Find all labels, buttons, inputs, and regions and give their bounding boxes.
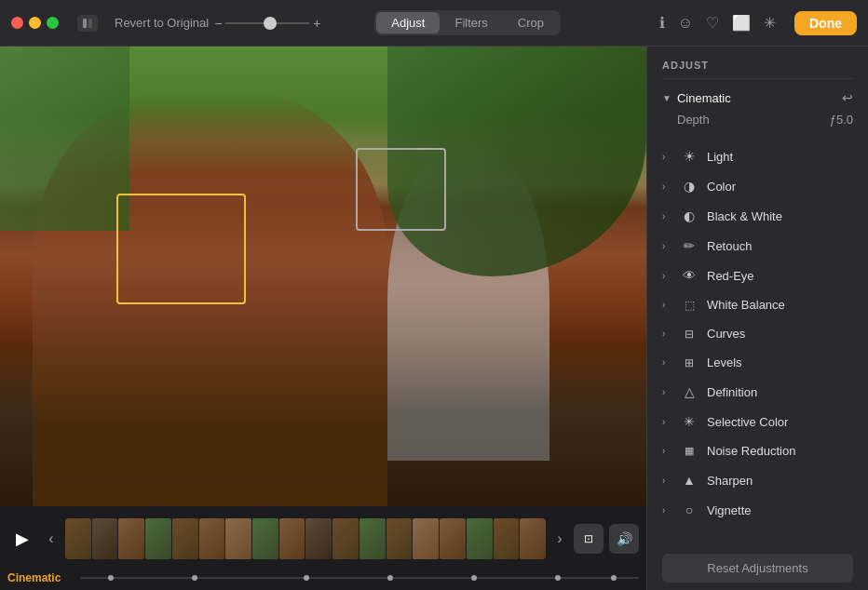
fullscreen-video-button[interactable]: ⊡ xyxy=(574,524,604,554)
filmstrip[interactable] xyxy=(65,518,546,559)
film-frame xyxy=(199,518,225,559)
adjust-item-whitebalance[interactable]: › ⬚ White Balance xyxy=(647,290,868,319)
svg-rect-1 xyxy=(88,19,92,28)
reset-adjustments-button[interactable]: Reset Adjustments xyxy=(662,554,853,583)
definition-icon: △ xyxy=(681,384,698,399)
slider-plus-icon: + xyxy=(313,16,320,31)
photo-background xyxy=(0,47,646,506)
film-frame xyxy=(145,518,171,559)
focus-box-secondary xyxy=(356,148,446,231)
depth-value: ƒ5.0 xyxy=(830,113,853,127)
timeline-controls-row: Cinematic xyxy=(0,571,646,590)
whitebalance-icon: ⬚ xyxy=(681,299,698,312)
film-frame xyxy=(279,518,305,559)
panel-title: ADJUST xyxy=(647,47,868,78)
film-frame xyxy=(92,518,118,559)
slider-thumb xyxy=(264,17,277,30)
info-icon[interactable]: ℹ xyxy=(659,14,665,32)
timeline-line xyxy=(80,577,639,579)
adjust-item-curves[interactable]: › ⊟ Curves xyxy=(647,319,868,348)
focus-box-primary xyxy=(116,194,246,304)
adjust-item-light[interactable]: › ☀ Light xyxy=(647,141,868,171)
main-content: ▶ ‹ xyxy=(0,47,868,590)
adjust-item-label: Retouch xyxy=(707,239,853,253)
adjust-item-levels[interactable]: › ⊞ Levels xyxy=(647,348,868,377)
film-frame xyxy=(359,518,386,559)
next-frame-button[interactable]: › xyxy=(551,530,568,547)
tab-filters[interactable]: Filters xyxy=(440,12,502,34)
adjust-chevron-icon: › xyxy=(662,476,671,486)
close-button[interactable] xyxy=(11,17,23,29)
curves-icon: ⊟ xyxy=(681,328,698,341)
frame-icon[interactable]: ⬜ xyxy=(732,14,751,32)
adjust-chevron-icon: › xyxy=(662,417,671,427)
film-frame xyxy=(520,518,546,559)
audio-button[interactable]: 🔊 xyxy=(609,524,639,554)
adjust-item-definition[interactable]: › △ Definition xyxy=(647,377,868,407)
asterisk-icon[interactable]: ✳ xyxy=(764,14,776,32)
heart-icon[interactable]: ♡ xyxy=(706,14,719,32)
adjust-item-vignette[interactable]: › ○ Vignette xyxy=(647,495,868,525)
adjust-item-label: Vignette xyxy=(707,503,853,517)
window-controls xyxy=(77,15,98,32)
brightness-slider[interactable]: − + xyxy=(214,16,320,31)
adjust-item-sharpen[interactable]: › ▲ Sharpen xyxy=(647,465,868,495)
svg-rect-0 xyxy=(83,19,87,28)
tab-crop[interactable]: Crop xyxy=(503,12,559,34)
film-frame xyxy=(467,518,493,559)
emoji-icon[interactable]: ☺ xyxy=(678,15,693,32)
cinematic-section-label: Cinematic xyxy=(677,91,731,105)
right-panel: ADJUST ▼ Cinematic ↩ Depth ƒ5.0 › ☀ Ligh… xyxy=(646,47,868,590)
cinematic-header-left: ▼ Cinematic xyxy=(662,91,731,105)
cinematic-revert-icon[interactable]: ↩ xyxy=(842,90,853,105)
adjust-item-blackwhite[interactable]: › ◐ Black & White xyxy=(647,201,868,231)
adjust-chevron-icon: › xyxy=(662,211,671,221)
redeye-icon: 👁 xyxy=(681,268,698,283)
adjust-item-color[interactable]: › ◑ Color xyxy=(647,171,868,201)
adjust-item-retouch[interactable]: › ✏ Retouch xyxy=(647,231,868,261)
adjust-item-noisereduction[interactable]: › ▦ Noise Reduction xyxy=(647,436,868,465)
adjust-item-label: Sharpen xyxy=(707,474,853,488)
done-button[interactable]: Done xyxy=(794,11,857,35)
timeline-keyframe xyxy=(192,575,197,581)
film-frame xyxy=(413,518,439,559)
levels-icon: ⊞ xyxy=(681,356,698,369)
film-frame xyxy=(225,518,251,559)
sidebar-toggle[interactable] xyxy=(77,15,98,32)
vignette-icon: ○ xyxy=(681,503,698,517)
timeline-track[interactable] xyxy=(80,577,639,579)
film-frame xyxy=(252,518,278,559)
selectivecolor-icon: ✳ xyxy=(681,414,698,429)
foliage-left xyxy=(0,47,129,231)
minimize-button[interactable] xyxy=(29,17,41,29)
prev-frame-button[interactable]: ‹ xyxy=(43,530,60,547)
slider-track-line xyxy=(225,22,309,24)
cinematic-section: ▼ Cinematic ↩ Depth ƒ5.0 xyxy=(647,79,868,138)
revert-label[interactable]: Revert to Original xyxy=(115,16,209,30)
noisereduction-icon: ▦ xyxy=(681,445,698,457)
adjust-chevron-icon: › xyxy=(662,357,671,368)
adjust-item-label: Selective Color xyxy=(707,415,853,429)
adjust-item-selectivecolor[interactable]: › ✳ Selective Color xyxy=(647,407,868,436)
tab-adjust[interactable]: Adjust xyxy=(376,12,440,34)
film-frame xyxy=(172,518,198,559)
light-icon: ☀ xyxy=(681,149,698,164)
sharpen-icon: ▲ xyxy=(681,473,698,488)
adjust-item-redeye[interactable]: › 👁 Red-Eye xyxy=(647,261,868,290)
adjust-item-label: Color xyxy=(707,180,853,194)
adjust-chevron-icon: › xyxy=(662,446,671,456)
adjust-list: › ☀ Light › ◑ Color › ◐ Black & White › … xyxy=(647,138,868,546)
timeline-keyframe xyxy=(611,575,617,581)
video-frame xyxy=(0,47,646,506)
adjust-chevron-icon: › xyxy=(662,271,671,281)
adjust-item-label: Levels xyxy=(707,355,853,369)
fullscreen-button[interactable] xyxy=(47,17,59,29)
film-frame xyxy=(387,518,413,559)
film-frame xyxy=(494,518,520,559)
timeline-keyframe xyxy=(471,575,477,581)
timeline-keyframe xyxy=(387,575,393,581)
cinematic-header[interactable]: ▼ Cinematic ↩ xyxy=(662,87,853,109)
timeline-keyframe xyxy=(555,575,561,581)
play-button[interactable]: ▶ xyxy=(7,524,37,554)
traffic-lights xyxy=(11,17,59,29)
